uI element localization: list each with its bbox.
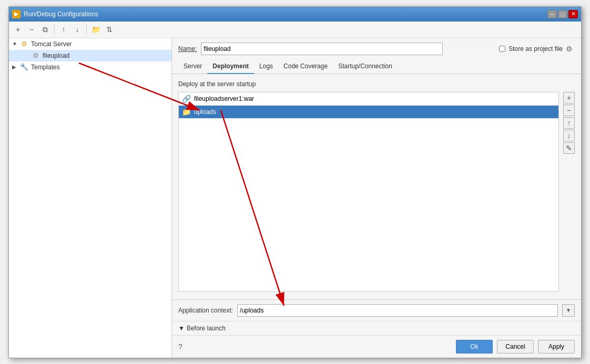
dialog-window: ▶ Run/Debug Configurations ─ □ ✕ + − ⧉ ↑… bbox=[8, 6, 582, 358]
store-checkbox-row: Store as project file ⚙ bbox=[499, 45, 575, 53]
store-checkbox[interactable] bbox=[499, 46, 505, 52]
side-buttons: + − ↑ ↓ ✎ bbox=[561, 92, 575, 293]
name-label: Name: bbox=[178, 45, 197, 53]
before-launch-label: Before launch bbox=[187, 325, 226, 332]
tomcat-label: Tomcat Server bbox=[31, 40, 72, 48]
deploy-edit-button[interactable]: ✎ bbox=[563, 142, 575, 154]
move-up-button[interactable]: ↑ bbox=[58, 24, 69, 35]
tree-item-templates[interactable]: ▶ 🔧 Templates bbox=[9, 61, 171, 73]
deploy-add-button[interactable]: + bbox=[563, 92, 575, 103]
title-bar: ▶ Run/Debug Configurations ─ □ ✕ bbox=[9, 7, 581, 22]
toolbar-separator-2 bbox=[86, 25, 87, 34]
deploy-list: 🔗 fileuploadserver1:war 📁 uploads bbox=[178, 92, 559, 292]
window-title: Run/Debug Configurations bbox=[24, 11, 98, 18]
toolbar: + − ⧉ ↑ ↓ 📁 ⇅ bbox=[9, 22, 581, 38]
app-icon: ▶ bbox=[12, 10, 21, 18]
name-row: Name: Store as project file ⚙ bbox=[172, 38, 581, 59]
app-context-dropdown[interactable]: ▼ bbox=[562, 304, 575, 317]
title-buttons: ─ □ ✕ bbox=[547, 10, 578, 18]
tab-logs[interactable]: Logs bbox=[254, 59, 278, 74]
help-icon[interactable]: ? bbox=[178, 342, 182, 351]
tree-item-flieupload[interactable]: ⚙ flieupload bbox=[9, 50, 171, 61]
flieupload-label: flieupload bbox=[43, 52, 69, 59]
minimize-button[interactable]: ─ bbox=[547, 10, 557, 18]
apply-button[interactable]: Apply bbox=[538, 340, 575, 353]
before-launch-section: ▼ Before launch bbox=[172, 321, 581, 335]
remove-config-button[interactable]: − bbox=[26, 24, 37, 35]
before-launch-header[interactable]: ▼ Before launch bbox=[178, 325, 575, 332]
app-context-label: Application context: bbox=[178, 307, 233, 314]
right-panel: Name: Store as project file ⚙ Server Dep… bbox=[172, 38, 581, 358]
maximize-button[interactable]: □ bbox=[558, 10, 567, 18]
add-config-button[interactable]: + bbox=[12, 24, 24, 35]
close-button[interactable]: ✕ bbox=[568, 10, 578, 18]
deploy-with-side: 🔗 fileuploadserver1:war 📁 uploads + − ↑ bbox=[178, 92, 575, 293]
left-panel: ▼ ⚙ Tomcat Server ⚙ flieupload ▶ 🔧 Templ… bbox=[9, 38, 172, 358]
main-content: ▼ ⚙ Tomcat Server ⚙ flieupload ▶ 🔧 Templ… bbox=[9, 38, 581, 358]
deploy-item-war-label: fileuploadserver1:war bbox=[194, 95, 254, 102]
app-context-section: Application context: ▼ bbox=[172, 299, 581, 321]
settings-gear-icon[interactable]: ⚙ bbox=[566, 45, 573, 53]
sort-button[interactable]: ⇅ bbox=[104, 24, 115, 35]
title-bar-left: ▶ Run/Debug Configurations bbox=[12, 10, 98, 18]
cancel-button[interactable]: Cancel bbox=[497, 340, 534, 353]
bottom-buttons-row: ? Ok Cancel Apply bbox=[172, 335, 581, 358]
tab-code-coverage[interactable]: Code Coverage bbox=[278, 59, 333, 74]
folder-button[interactable]: 📁 bbox=[90, 24, 101, 35]
war-icon: 🔗 bbox=[182, 95, 191, 103]
tabs-row: Server Deployment Logs Code Coverage Sta… bbox=[172, 59, 581, 74]
uploads-folder-icon: 📁 bbox=[182, 108, 191, 116]
deploy-remove-button[interactable]: − bbox=[563, 105, 575, 116]
templates-label: Templates bbox=[31, 64, 60, 71]
ok-button[interactable]: Ok bbox=[456, 340, 493, 353]
name-input[interactable] bbox=[201, 43, 443, 55]
store-label: Store as project file bbox=[508, 45, 563, 53]
templates-icon: 🔧 bbox=[19, 63, 29, 71]
flieupload-icon: ⚙ bbox=[31, 51, 40, 60]
tab-server[interactable]: Server bbox=[178, 59, 207, 74]
tree-item-tomcat[interactable]: ▼ ⚙ Tomcat Server bbox=[9, 38, 171, 50]
deploy-item-war[interactable]: 🔗 fileuploadserver1:war bbox=[179, 92, 558, 106]
deploy-item-uploads[interactable]: 📁 uploads bbox=[179, 106, 558, 119]
tab-startup-connection[interactable]: Startup/Connection bbox=[333, 59, 398, 74]
deploy-item-uploads-label: uploads bbox=[194, 108, 216, 116]
app-context-row: Application context: ▼ bbox=[178, 304, 575, 317]
tab-deployment[interactable]: Deployment bbox=[207, 59, 254, 74]
tomcat-server-icon: ⚙ bbox=[19, 40, 29, 48]
deploy-section-title: Deploy at the server startup bbox=[178, 80, 575, 88]
toolbar-separator-1 bbox=[54, 25, 55, 34]
before-launch-arrow: ▼ bbox=[178, 325, 185, 332]
app-context-input[interactable] bbox=[237, 304, 558, 317]
tomcat-arrow: ▼ bbox=[12, 41, 19, 47]
deploy-move-up-button[interactable]: ↑ bbox=[563, 117, 575, 129]
templates-arrow: ▶ bbox=[12, 64, 19, 70]
tab-content: Deploy at the server startup 🔗 fileuploa… bbox=[172, 74, 581, 299]
deploy-move-down-button[interactable]: ↓ bbox=[563, 130, 575, 141]
move-down-button[interactable]: ↓ bbox=[72, 24, 83, 35]
name-and-store: Name: Store as project file ⚙ bbox=[178, 43, 575, 55]
copy-config-button[interactable]: ⧉ bbox=[39, 24, 51, 35]
